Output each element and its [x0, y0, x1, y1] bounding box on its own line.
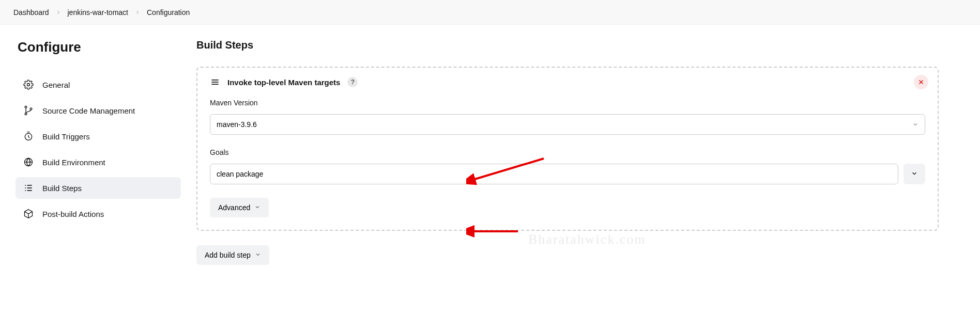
page-title: Configure: [16, 39, 181, 55]
branch-icon: [23, 105, 34, 116]
sidenav-label: Post-build Actions: [42, 210, 104, 218]
sidenav-item-environment[interactable]: Build Environment: [16, 151, 181, 173]
chevron-down-icon: [911, 170, 918, 179]
help-icon[interactable]: ?: [347, 77, 358, 87]
sidenav-item-triggers[interactable]: Build Triggers: [16, 125, 181, 147]
sidenav-item-general[interactable]: General: [16, 74, 181, 96]
sidenav-label: Source Code Management: [42, 106, 135, 115]
expand-goals-button[interactable]: [904, 164, 925, 184]
sidenav-item-postbuild[interactable]: Post-build Actions: [16, 203, 181, 225]
close-icon[interactable]: [914, 75, 928, 89]
globe-icon: [23, 156, 34, 168]
steps-icon: [23, 182, 34, 194]
advanced-label: Advanced: [218, 203, 250, 212]
goals-input[interactable]: [210, 164, 898, 184]
breadcrumb-item-current: Configuration: [147, 8, 190, 17]
add-build-step-button[interactable]: Add build step: [196, 245, 269, 265]
breadcrumb-item-job[interactable]: jenkins-war-tomact: [68, 8, 128, 17]
build-step-card: Invoke top-level Maven targets ? Maven V…: [196, 67, 939, 231]
sidenav-item-scm[interactable]: Source Code Management: [16, 100, 181, 121]
build-step-title: Invoke top-level Maven targets: [227, 78, 340, 87]
content: Build Steps Invoke top-level Maven targe…: [196, 39, 980, 265]
sidenav: General Source Code Management Build Tri…: [16, 74, 181, 225]
sidenav-item-build-steps[interactable]: Build Steps: [16, 177, 181, 199]
breadcrumb-item-dashboard[interactable]: Dashboard: [13, 8, 49, 17]
add-build-step-label: Add build step: [205, 251, 251, 259]
goals-label: Goals: [210, 148, 925, 156]
svg-point-3: [30, 108, 32, 110]
chevron-down-icon: [254, 203, 261, 212]
sidebar: Configure General Source Code Management…: [0, 39, 196, 265]
sidenav-label: Build Triggers: [42, 132, 90, 141]
svg-point-1: [25, 106, 27, 108]
sidenav-label: General: [42, 81, 70, 89]
annotation-arrow-icon: [466, 224, 523, 239]
package-icon: [23, 208, 34, 219]
svg-point-0: [27, 84, 30, 86]
maven-version-select[interactable]: maven-3.9.6: [210, 114, 925, 135]
advanced-button[interactable]: Advanced: [210, 198, 269, 217]
stopwatch-icon: [23, 131, 34, 142]
chevron-right-icon: [134, 9, 141, 15]
sidenav-label: Build Steps: [42, 184, 82, 193]
chevron-down-icon: [255, 251, 261, 259]
drag-handle-icon[interactable]: [210, 77, 220, 87]
section-title: Build Steps: [196, 39, 939, 51]
sidenav-label: Build Environment: [42, 158, 105, 167]
maven-version-label: Maven Version: [210, 99, 925, 107]
chevron-right-icon: [55, 9, 62, 15]
gear-icon: [23, 79, 34, 90]
breadcrumb: Dashboard jenkins-war-tomact Configurati…: [0, 0, 980, 25]
